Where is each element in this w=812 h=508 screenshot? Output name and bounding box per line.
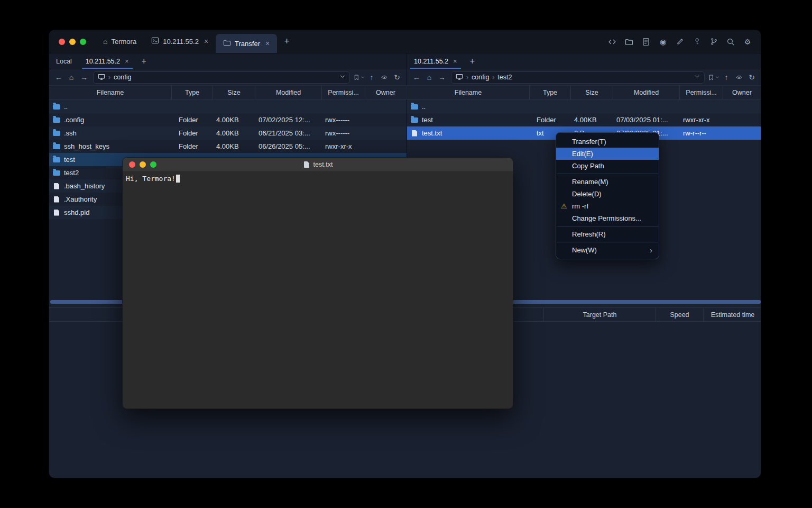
branch-icon[interactable] xyxy=(709,37,718,47)
forward-button[interactable]: → xyxy=(436,71,448,83)
column-size[interactable]: Size xyxy=(571,86,613,99)
file-row[interactable]: test Folder 4.00KB 07/03/2025 01:... rwx… xyxy=(407,113,761,126)
code-icon[interactable] xyxy=(607,37,617,47)
column-permissions[interactable]: Permissi... xyxy=(322,86,365,99)
column-filename[interactable]: Filename xyxy=(407,86,530,99)
refresh-button[interactable]: ↻ xyxy=(391,71,403,83)
column-modified[interactable]: Modified xyxy=(255,86,322,99)
path-crumb[interactable]: config xyxy=(114,74,131,81)
file-icon xyxy=(304,161,309,168)
editor-content[interactable]: Hi, Termora! xyxy=(123,172,513,185)
back-button[interactable]: ← xyxy=(53,71,64,83)
titlebar: ⌂ Termora 10.211.55.2 × Transfer × xyxy=(49,30,761,53)
menu-item-rm-rf[interactable]: ⚠ rm -rf xyxy=(556,200,659,212)
column-size[interactable]: Size xyxy=(213,86,255,99)
tab-remote-host[interactable]: 10.211.55.2 × xyxy=(79,53,136,69)
record-icon[interactable]: ◉ xyxy=(658,37,668,47)
parent-directory-button[interactable]: ↑ xyxy=(366,71,377,83)
close-icon[interactable]: × xyxy=(204,37,208,46)
eye-icon xyxy=(380,74,389,80)
folder-icon xyxy=(53,157,60,162)
bookmark-icon xyxy=(353,74,360,81)
file-row[interactable]: .. xyxy=(407,100,761,113)
column-permissions[interactable]: Permissi... xyxy=(680,86,723,99)
log-icon[interactable] xyxy=(641,37,651,47)
folder-icon xyxy=(53,104,60,110)
home-button[interactable]: ⌂ xyxy=(423,71,435,83)
path-breadcrumb[interactable]: › config › test2 xyxy=(451,71,705,84)
path-crumb[interactable]: config xyxy=(472,74,489,81)
minimize-window-button[interactable] xyxy=(69,39,76,45)
folder-icon xyxy=(53,144,60,149)
menu-item-copy-path[interactable]: Copy Path xyxy=(556,160,659,172)
column-modified[interactable]: Modified xyxy=(613,86,680,99)
back-button[interactable]: ← xyxy=(411,71,422,83)
file-icon xyxy=(54,196,59,203)
column-owner[interactable]: Owner xyxy=(365,86,407,99)
show-hidden-button[interactable] xyxy=(733,71,745,83)
menu-separator xyxy=(557,174,658,174)
path-breadcrumb[interactable]: › config xyxy=(93,71,350,84)
minimize-window-button[interactable] xyxy=(140,161,146,168)
refresh-button[interactable]: ↻ xyxy=(746,71,758,83)
close-window-button[interactable] xyxy=(59,39,65,45)
home-icon: ⌂ xyxy=(103,37,107,46)
menu-item-change-permissions[interactable]: Change Permissions... xyxy=(556,212,659,224)
file-row[interactable]: ssh_host_keys Folder 4.00KB 06/26/2025 0… xyxy=(49,140,407,153)
path-crumb[interactable]: test2 xyxy=(497,74,512,81)
transfer-column-target-path[interactable]: Target Path xyxy=(544,308,656,321)
edit-icon[interactable] xyxy=(675,37,685,47)
editor-title: test.txt xyxy=(313,161,333,168)
gear-icon[interactable]: ⚙ xyxy=(743,37,752,47)
search-icon[interactable] xyxy=(726,37,735,47)
folder-icon[interactable] xyxy=(624,37,634,47)
tab-remote-host[interactable]: 10.211.55.2 × xyxy=(407,53,464,69)
bookmark-button[interactable] xyxy=(708,71,719,83)
home-button[interactable]: ⌂ xyxy=(66,71,77,83)
bookmark-button[interactable] xyxy=(353,71,365,83)
menu-item-edit[interactable]: Edit(E) xyxy=(556,148,659,160)
column-owner[interactable]: Owner xyxy=(723,86,761,99)
terminal-icon xyxy=(151,37,159,46)
tab-terminal-session[interactable]: 10.211.55.2 × xyxy=(144,30,216,53)
column-type[interactable]: Type xyxy=(530,86,571,99)
text-editor-window: test.txt Hi, Termora! xyxy=(122,157,513,409)
parent-directory-button[interactable]: ↑ xyxy=(721,71,732,83)
tab-transfer[interactable]: Transfer × xyxy=(216,34,277,53)
path-separator: › xyxy=(108,74,110,81)
new-panel-tab-button[interactable]: + xyxy=(136,53,152,69)
close-window-button[interactable] xyxy=(129,161,135,168)
menu-item-refresh[interactable]: Refresh(R) xyxy=(556,228,659,240)
show-hidden-button[interactable] xyxy=(379,71,390,83)
zoom-window-button[interactable] xyxy=(80,39,86,45)
tab-termora[interactable]: ⌂ Termora xyxy=(96,30,144,53)
new-panel-tab-button[interactable]: + xyxy=(464,53,481,69)
new-tab-button[interactable]: + xyxy=(277,36,297,47)
key-icon[interactable] xyxy=(692,37,702,47)
menu-item-delete[interactable]: Delete(D) xyxy=(556,188,659,200)
menu-separator xyxy=(557,242,658,242)
right-nav-bar: ← ⌂ → › config › test2 xyxy=(407,69,761,85)
menu-item-rename[interactable]: Rename(M) xyxy=(556,176,659,188)
editor-titlebar[interactable]: test.txt xyxy=(123,158,513,172)
tab-local[interactable]: Local xyxy=(49,53,79,69)
tab-label: Termora xyxy=(111,38,136,46)
forward-button[interactable]: → xyxy=(78,71,90,83)
file-row[interactable]: .config Folder 4.00KB 07/02/2025 12:... … xyxy=(49,113,407,126)
computer-icon xyxy=(98,73,105,82)
chevron-down-icon[interactable] xyxy=(339,74,345,81)
menu-item-transfer[interactable]: Transfer(T) xyxy=(556,135,659,148)
zoom-window-button[interactable] xyxy=(150,161,156,168)
chevron-down-icon[interactable] xyxy=(694,74,700,81)
column-type[interactable]: Type xyxy=(172,86,213,99)
column-filename[interactable]: Filename xyxy=(49,86,172,99)
close-icon[interactable]: × xyxy=(453,57,457,65)
folder-icon xyxy=(411,117,418,123)
transfer-column-estimated-time[interactable]: Estimated time xyxy=(704,308,761,321)
close-icon[interactable]: × xyxy=(125,57,129,65)
file-row[interactable]: .ssh Folder 4.00KB 06/21/2025 03:... rwx… xyxy=(49,126,407,140)
file-row[interactable]: .. xyxy=(49,100,407,113)
menu-item-new[interactable]: New(W) › xyxy=(556,244,659,256)
close-icon[interactable]: × xyxy=(265,39,270,48)
transfer-column-speed[interactable]: Speed xyxy=(656,308,704,321)
